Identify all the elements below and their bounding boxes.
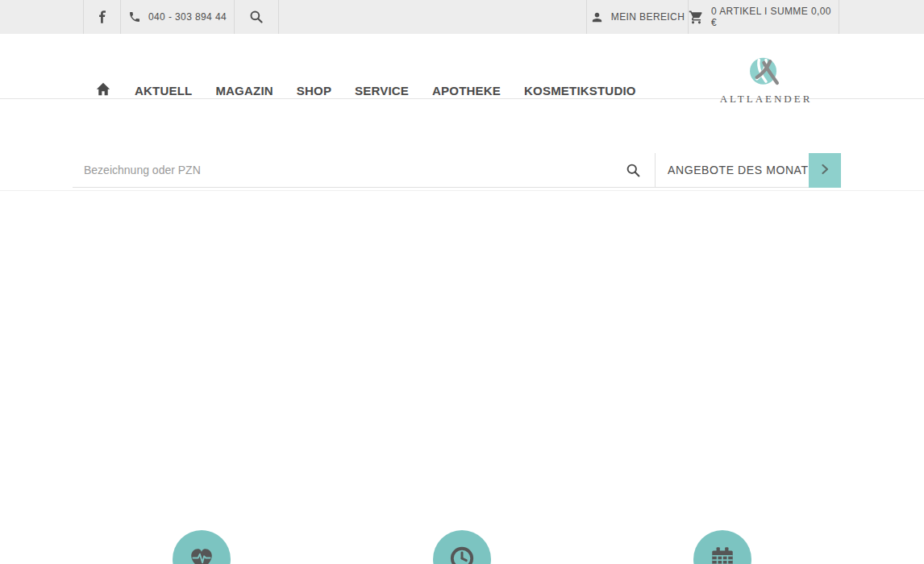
heartbeat-icon — [187, 545, 216, 564]
feature-opening-hours[interactable] — [433, 530, 491, 564]
cart-summary: 0 ARTIKEL I SUMME 0,00 € — [711, 6, 839, 28]
calendar-icon — [709, 545, 736, 564]
chevron-right-icon — [819, 164, 830, 177]
search-input[interactable] — [73, 153, 655, 187]
feature-health-check[interactable] — [173, 530, 231, 564]
nav-item-magazin[interactable]: MAGAZIN — [215, 84, 273, 97]
phone-number: 040 - 303 894 44 — [148, 11, 227, 23]
hero-carousel — [0, 191, 924, 508]
topbar-search-button[interactable] — [235, 0, 278, 34]
feature-calendar[interactable] — [693, 530, 751, 564]
user-icon — [590, 10, 604, 24]
phone-contact[interactable]: 040 - 303 894 44 — [121, 0, 234, 34]
phone-icon — [128, 10, 141, 23]
main-nav: AKTUELL MAGAZIN SHOP SERVICE APOTHEKE KO… — [95, 82, 636, 98]
search-icon — [249, 10, 264, 24]
offers-arrow-button[interactable] — [809, 153, 841, 188]
nav-item-service[interactable]: SERVICE — [355, 84, 409, 97]
top-utility-bar: 040 - 303 894 44 MEIN BEREICH 0 ARTIKEL … — [0, 0, 924, 34]
divider — [655, 153, 656, 188]
cart-link[interactable]: 0 ARTIKEL I SUMME 0,00 € — [689, 0, 839, 34]
facebook-icon — [97, 10, 107, 24]
nav-item-shop[interactable]: SHOP — [297, 84, 331, 97]
home-icon — [95, 81, 111, 99]
search-icon — [626, 168, 641, 180]
clock-icon — [448, 545, 476, 564]
nav-item-kosmetikstudio[interactable]: KOSMETIKSTUDIO — [524, 84, 636, 97]
facebook-link[interactable] — [84, 0, 120, 34]
cart-icon — [689, 10, 704, 25]
page: 040 - 303 894 44 MEIN BEREICH 0 ARTIKEL … — [0, 0, 924, 564]
account-label: MEIN BEREICH — [611, 11, 685, 23]
feature-teasers — [0, 508, 924, 564]
account-link[interactable]: MEIN BEREICH — [587, 0, 688, 34]
nav-item-aktuell[interactable]: AKTUELL — [135, 84, 192, 97]
search-bar: ANGEBOTE DES MONATS — [73, 153, 841, 188]
nav-item-apotheke[interactable]: APOTHEKE — [432, 84, 501, 97]
divider — [278, 0, 279, 34]
logo[interactable]: ALTLAENDER — [710, 55, 822, 102]
home-nav-button[interactable] — [95, 81, 111, 99]
header: AKTUELL MAGAZIN SHOP SERVICE APOTHEKE KO… — [0, 34, 924, 102]
divider — [839, 0, 839, 34]
search-submit-button[interactable] — [625, 163, 641, 179]
logo-ribbon-icon — [710, 55, 822, 90]
offers-link[interactable]: ANGEBOTE DES MONATS — [668, 153, 817, 188]
logo-text: ALTLAENDER — [710, 93, 822, 102]
